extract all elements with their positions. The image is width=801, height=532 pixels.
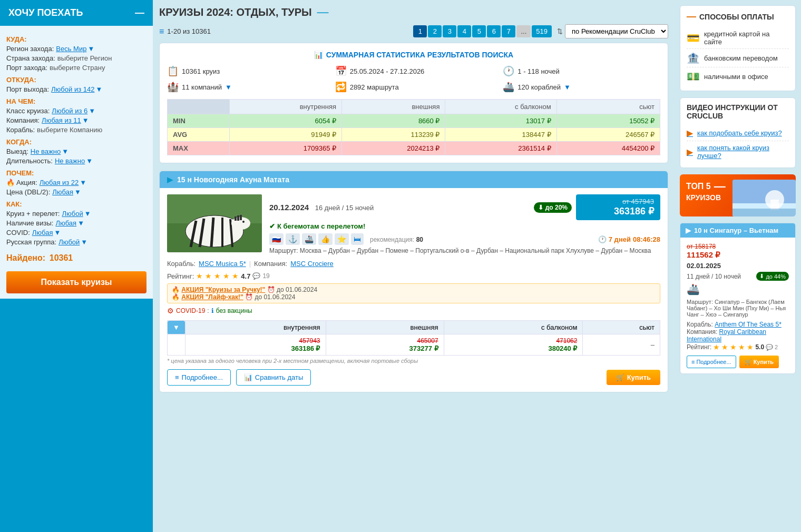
page-5-button[interactable]: 5 bbox=[472, 25, 486, 37]
collapse-arrow[interactable]: ▶ bbox=[167, 175, 173, 184]
duration-value[interactable]: Не важно bbox=[55, 157, 85, 165]
title-dash: — bbox=[317, 5, 329, 19]
companies-arrow[interactable]: ▼ bbox=[225, 83, 232, 91]
portout-value[interactable]: Любой из 142 bbox=[51, 85, 94, 93]
table-row-min: MIN 6054 ₽ 8660 ₽ 13017 ₽ 15052 ₽ bbox=[168, 114, 660, 128]
bottom-col-external: внешняя bbox=[326, 321, 444, 334]
cruise-days: 16 дней / 15 ночей bbox=[315, 204, 374, 212]
strana-value[interactable]: выберите Регион bbox=[57, 54, 112, 62]
row-max-suite: 4454200 ₽ bbox=[556, 142, 660, 155]
strana-row: Страна захода: выберите Регион bbox=[6, 54, 146, 62]
portout-label: Порт выхода: bbox=[6, 85, 49, 93]
class-value[interactable]: Любой из 6 bbox=[52, 107, 87, 115]
price-value[interactable]: Любая bbox=[52, 188, 73, 196]
star-5-half: ★ bbox=[232, 272, 239, 280]
action2-link[interactable]: АКЦИЯ "Лайф-хак!" bbox=[181, 293, 243, 301]
duration-arrow: ▼ bbox=[86, 157, 93, 165]
sort-dropdown[interactable]: по Рекомендации CruClub bbox=[565, 24, 668, 38]
rusgroup-value[interactable]: Любой bbox=[58, 238, 80, 246]
fire-icon-2: 🔥 bbox=[172, 293, 180, 301]
video-title: ВИДЕО ИНСТРУКЦИИ ОТ CRUCLUB bbox=[687, 103, 789, 120]
stat-nights: 🕐 1 - 118 ночей bbox=[503, 65, 660, 77]
bottom-col-toggle[interactable]: ▼ bbox=[168, 321, 185, 334]
featured-expand-icon[interactable]: ▶ bbox=[686, 226, 691, 234]
section-kuda: КУДА: bbox=[6, 35, 146, 43]
payment-card-item[interactable]: 💳 кредитной картой на сайте bbox=[687, 27, 789, 49]
region-value[interactable]: Весь Мир bbox=[56, 45, 86, 53]
company-meta-label: Компания: bbox=[254, 260, 287, 268]
price-note: * цена указана за одного человека при 2-… bbox=[167, 358, 660, 364]
action1-link[interactable]: АКЦИЯ "Круизы за Ручку!" bbox=[181, 286, 265, 293]
featured-rating-row: Рейтинг: ★ ★ ★ ★ ★ 5.0 💬 2 bbox=[687, 343, 789, 351]
timer-clock-icon: 🕐 bbox=[598, 235, 607, 243]
stat-cruises-icon: 📋 bbox=[167, 65, 179, 77]
sidebar-header-dash: — bbox=[135, 7, 144, 18]
payment-transfer-item[interactable]: 🏦 банковским переводом bbox=[687, 49, 789, 67]
details-button[interactable]: ≡ Подробнее... bbox=[167, 369, 231, 386]
page-1-button[interactable]: 1 bbox=[413, 25, 427, 37]
port-value[interactable]: выберите Страну bbox=[50, 64, 105, 72]
covid-sidebar-label: COVID: bbox=[6, 229, 30, 237]
sidebar-header: ХОЧУ ПОЕХАТЬ — bbox=[0, 0, 153, 26]
star-2: ★ bbox=[205, 272, 212, 280]
cruise-highlight: ✔ К бегемотам с перелетом! bbox=[269, 222, 660, 230]
play-icon-2: ▶ bbox=[687, 147, 693, 157]
featured-buy-button[interactable]: 🛒 Купить bbox=[739, 356, 779, 368]
review-icon: 💬 bbox=[252, 272, 260, 280]
video-item-1[interactable]: ▶ как подобрать себе круиз? bbox=[687, 125, 789, 141]
price-external-old: 465007 bbox=[331, 337, 438, 344]
svg-rect-14 bbox=[240, 215, 242, 220]
page-4-button[interactable]: 4 bbox=[457, 25, 471, 37]
page-2-button[interactable]: 2 bbox=[428, 25, 442, 37]
company-name-link[interactable]: MSC Crociere bbox=[290, 260, 334, 268]
cart-icon: 🛒 bbox=[616, 373, 624, 381]
ships-arrow[interactable]: ▼ bbox=[564, 83, 571, 91]
stat-cruises: 📋 10361 круиз bbox=[167, 65, 325, 77]
compare-button[interactable]: 📊 Сравнить даты bbox=[236, 369, 311, 386]
video-item-2[interactable]: ▶ как понять какой круиз лучше? bbox=[687, 141, 789, 162]
stats-bar-icon: 📊 bbox=[314, 51, 323, 59]
stat-routes: 🔁 2892 маршрута bbox=[335, 81, 493, 93]
rusgroup-row: Русская группа: Любой ▼ bbox=[6, 238, 146, 246]
row-max-external: 2024213 ₽ bbox=[342, 142, 445, 155]
section-pochem: ПОЧЕМ: bbox=[6, 169, 146, 177]
featured-price-old: от 158178 bbox=[687, 243, 720, 250]
stat-routes-icon: 🔁 bbox=[335, 81, 347, 93]
left-sidebar: ХОЧУ ПОЕХАТЬ — КУДА: Регион захода: Весь… bbox=[0, 0, 153, 532]
show-cruises-button[interactable]: Показать круизы bbox=[6, 271, 146, 293]
ship-value[interactable]: выберите Компанию bbox=[37, 126, 102, 134]
ship-name-link[interactable]: MSC Musica 5* bbox=[199, 260, 246, 268]
page-7-button[interactable]: 7 bbox=[502, 25, 515, 37]
video-title-text: ВИДЕО ИНСТРУКЦИИ ОТ CRUCLUB bbox=[687, 103, 789, 120]
flight-value[interactable]: Любой bbox=[62, 210, 83, 218]
covid-sidebar-value[interactable]: Любая bbox=[32, 229, 53, 237]
feat-reviews: 2 bbox=[775, 344, 778, 350]
akcia-value[interactable]: Любая из 22 bbox=[40, 179, 79, 186]
featured-ship-row: Корабль: Anthem Of The Seas 5* bbox=[687, 321, 789, 328]
visa-value[interactable]: Любая bbox=[55, 219, 76, 227]
flight-row: Круиз + перелет: Любой ▼ bbox=[6, 210, 146, 218]
featured-details-button[interactable]: ≡ Подробнее... bbox=[687, 356, 736, 368]
class-row: Класс круиза: Любой из 6 ▼ bbox=[6, 107, 146, 115]
ship-row: Корабль: выберите Компанию bbox=[6, 126, 146, 134]
exit-label: Выезд: bbox=[6, 147, 28, 155]
stats-price-table: внутренняя внешняя с балконом сьют MIN 6… bbox=[167, 99, 660, 155]
price-balcony: 471062 380240 ₽ bbox=[444, 334, 583, 356]
price-internal-old: 457943 bbox=[191, 337, 320, 344]
feat-review-icon: 💬 bbox=[766, 344, 773, 351]
col-header-balcony: с балконом bbox=[445, 100, 556, 114]
stats-box: 📊 СУММАРНАЯ СТАТИСТИКА РЕЗУЛЬТАТОВ ПОИСК… bbox=[159, 43, 668, 163]
page-last-button[interactable]: 519 bbox=[532, 25, 552, 37]
page-6-button[interactable]: 6 bbox=[487, 25, 501, 37]
company-value[interactable]: Любая из 11 bbox=[42, 116, 81, 124]
top5-box[interactable]: ТОП 5 — КРУИЗОВ bbox=[680, 174, 796, 216]
buy-button[interactable]: 🛒 Купить bbox=[607, 370, 660, 385]
page-3-button[interactable]: 3 bbox=[443, 25, 456, 37]
featured-ship-link[interactable]: Anthem Of The Seas 5* bbox=[715, 321, 782, 328]
exit-value[interactable]: Не важно bbox=[31, 147, 61, 155]
cruise-card-body: 20.12.2024 16 дней / 15 ночей ⬇ до 20% о… bbox=[160, 188, 668, 392]
payment-cash-item[interactable]: 💵 наличными в офисе bbox=[687, 67, 789, 85]
found-row: Найдено: 10361 bbox=[6, 253, 146, 263]
covid-row: COVID: Любая ▼ bbox=[6, 229, 146, 237]
featured-title: 10 н Сингапур – Вьетнам bbox=[694, 226, 778, 234]
